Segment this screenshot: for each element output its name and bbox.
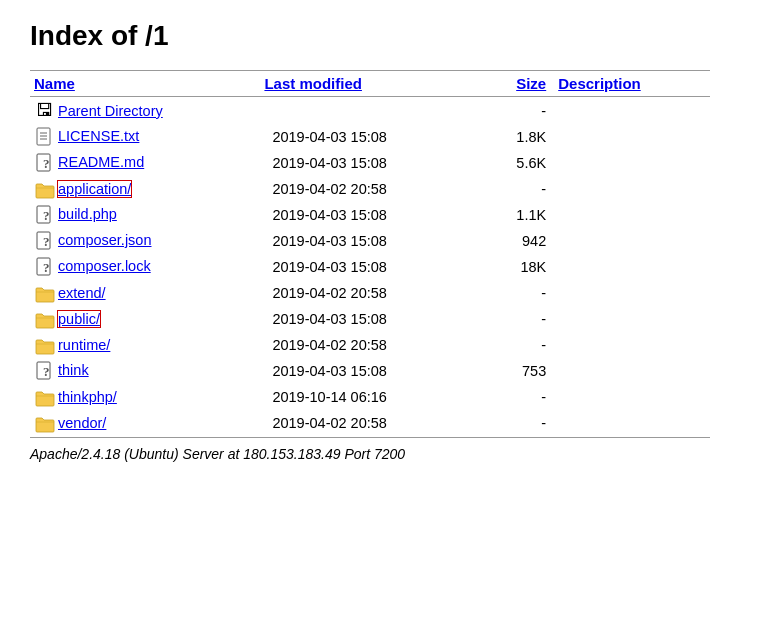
file-modified-cell: 2019-04-02 20:58 — [260, 280, 486, 306]
file-modified-cell: 2019-04-03 15:08 — [260, 358, 486, 384]
folder-icon — [34, 283, 56, 303]
table-row: ? think2019-04-03 15:08753 — [30, 358, 710, 384]
table-row: application/2019-04-02 20:58- — [30, 176, 710, 202]
file-size-cell: - — [486, 410, 554, 438]
file-desc-cell — [554, 254, 710, 280]
file-size-cell: - — [486, 97, 554, 125]
file-name-cell: application/ — [30, 176, 260, 202]
file-link[interactable]: vendor/ — [58, 415, 106, 431]
file-desc-cell — [554, 280, 710, 306]
table-row: runtime/2019-04-02 20:58- — [30, 332, 710, 358]
file-modified-cell: 2019-04-02 20:58 — [260, 332, 486, 358]
file-desc-cell — [554, 410, 710, 438]
col-size-link[interactable]: Size — [516, 75, 546, 92]
file-desc-cell — [554, 332, 710, 358]
table-row: LICENSE.txt2019-04-03 15:081.8K — [30, 124, 710, 150]
file-link[interactable]: public/ — [58, 311, 100, 327]
file-name-cell: ? composer.lock — [30, 254, 260, 280]
file-name-cell: extend/ — [30, 280, 260, 306]
file-name-cell: ? composer.json — [30, 228, 260, 254]
file-modified-cell: 2019-10-14 06:16 — [260, 384, 486, 410]
file-listing-table: Name Last modified Size Description 🖫Par… — [30, 70, 710, 462]
folder-icon — [34, 413, 56, 433]
file-name-cell: runtime/ — [30, 332, 260, 358]
file-name-cell: 🖫Parent Directory — [30, 97, 260, 125]
unknown-icon: ? — [34, 257, 56, 277]
svg-text:?: ? — [43, 156, 50, 171]
file-modified-cell: 2019-04-02 20:58 — [260, 410, 486, 438]
file-size-cell: - — [486, 306, 554, 332]
file-name-cell: vendor/ — [30, 410, 260, 438]
col-desc-link[interactable]: Description — [558, 75, 641, 92]
folder-icon — [34, 387, 56, 407]
file-modified-cell: 2019-04-03 15:08 — [260, 228, 486, 254]
file-desc-cell — [554, 384, 710, 410]
file-name-cell: LICENSE.txt — [30, 124, 260, 150]
file-link[interactable]: extend/ — [58, 285, 106, 301]
file-desc-cell — [554, 150, 710, 176]
svg-text:?: ? — [43, 364, 50, 379]
col-header-name: Name — [30, 71, 260, 97]
svg-text:?: ? — [43, 260, 50, 275]
file-size-cell: 1.1K — [486, 202, 554, 228]
file-modified-cell: 2019-04-02 20:58 — [260, 176, 486, 202]
file-size-cell: 18K — [486, 254, 554, 280]
file-link[interactable]: composer.json — [58, 232, 152, 248]
col-header-size: Size — [486, 71, 554, 97]
table-row: vendor/2019-04-02 20:58- — [30, 410, 710, 438]
file-link[interactable]: build.php — [58, 206, 117, 222]
table-row: ? build.php2019-04-03 15:081.1K — [30, 202, 710, 228]
unknown-icon: ? — [34, 153, 56, 173]
file-size-cell: 942 — [486, 228, 554, 254]
file-link[interactable]: Parent Directory — [58, 103, 163, 119]
file-link[interactable]: thinkphp/ — [58, 389, 117, 405]
file-icon — [34, 127, 56, 147]
file-desc-cell — [554, 97, 710, 125]
file-modified-cell: 2019-04-03 15:08 — [260, 306, 486, 332]
folder-icon — [34, 309, 56, 329]
file-link[interactable]: think — [58, 362, 89, 378]
file-size-cell: - — [486, 384, 554, 410]
file-desc-cell — [554, 228, 710, 254]
file-size-cell: - — [486, 332, 554, 358]
file-size-cell: 753 — [486, 358, 554, 384]
col-name-link[interactable]: Name — [34, 75, 75, 92]
svg-text:?: ? — [43, 208, 50, 223]
file-desc-cell — [554, 358, 710, 384]
col-header-modified: Last modified — [260, 71, 486, 97]
file-link[interactable]: README.md — [58, 154, 144, 170]
col-modified-link[interactable]: Last modified — [264, 75, 362, 92]
file-modified-cell: 2019-04-03 15:08 — [260, 202, 486, 228]
file-link[interactable]: application/ — [58, 181, 131, 197]
unknown-icon: ? — [34, 231, 56, 251]
table-row: thinkphp/2019-10-14 06:16- — [30, 384, 710, 410]
table-row: public/2019-04-03 15:08- — [30, 306, 710, 332]
file-modified-cell: 2019-04-03 15:08 — [260, 150, 486, 176]
svg-text:?: ? — [43, 234, 50, 249]
file-name-cell: ? README.md — [30, 150, 260, 176]
table-row: ? composer.json2019-04-03 15:08942 — [30, 228, 710, 254]
page-title: Index of /1 — [30, 20, 754, 52]
unknown-icon: ? — [34, 205, 56, 225]
file-name-cell: ? think — [30, 358, 260, 384]
file-desc-cell — [554, 202, 710, 228]
file-link[interactable]: runtime/ — [58, 337, 110, 353]
folder-icon — [34, 335, 56, 355]
back-icon: 🖫 — [34, 100, 56, 121]
table-row: extend/2019-04-02 20:58- — [30, 280, 710, 306]
footer-row: Apache/2.4.18 (Ubuntu) Server at 180.153… — [30, 438, 710, 463]
file-size-cell: 1.8K — [486, 124, 554, 150]
unknown-icon: ? — [34, 361, 56, 381]
file-link[interactable]: LICENSE.txt — [58, 128, 139, 144]
file-link[interactable]: composer.lock — [58, 258, 151, 274]
file-name-cell: public/ — [30, 306, 260, 332]
file-modified-cell — [260, 97, 486, 125]
file-name-cell: thinkphp/ — [30, 384, 260, 410]
server-info: Apache/2.4.18 (Ubuntu) Server at 180.153… — [30, 438, 710, 463]
file-size-cell: - — [486, 280, 554, 306]
col-header-description: Description — [554, 71, 710, 97]
file-desc-cell — [554, 306, 710, 332]
table-row: 🖫Parent Directory- — [30, 97, 710, 125]
file-desc-cell — [554, 176, 710, 202]
file-modified-cell: 2019-04-03 15:08 — [260, 254, 486, 280]
